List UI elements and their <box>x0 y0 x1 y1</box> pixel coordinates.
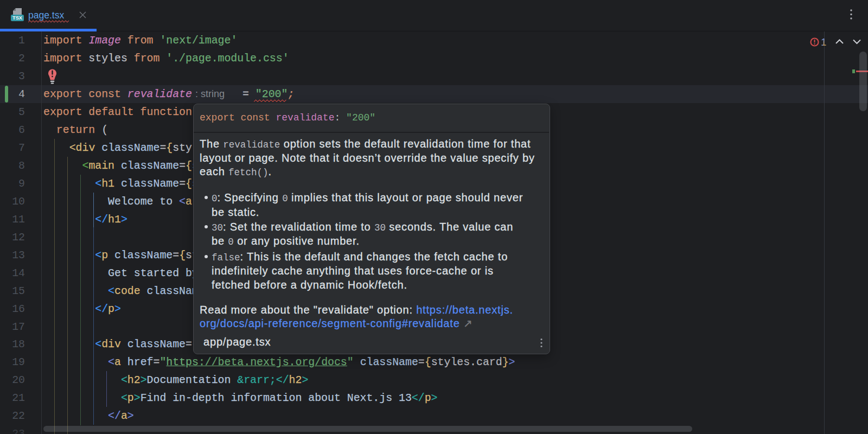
svg-text:TSX: TSX <box>12 15 23 21</box>
